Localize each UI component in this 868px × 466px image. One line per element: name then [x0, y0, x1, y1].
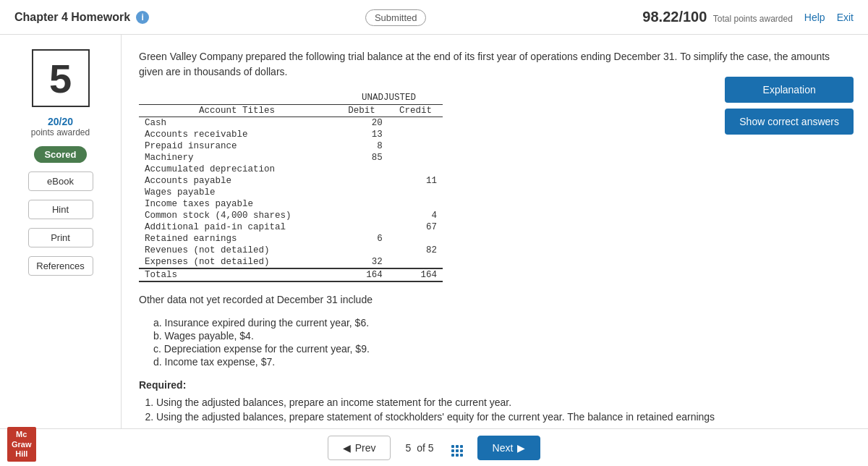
unadjusted-header: UNADJUSTED [335, 91, 443, 105]
credit-cell [388, 187, 443, 198]
account-cell: Income taxes payable [139, 198, 335, 210]
credit-cell [388, 256, 443, 268]
action-panel: Explanation Show correct answers [725, 77, 854, 135]
credit-cell [388, 117, 443, 130]
page-title: Chapter 4 Homework [14, 11, 130, 24]
top-bar-right: 98.22/100 Total points awarded Help Exit [642, 9, 854, 25]
credit-cell [388, 152, 443, 164]
required-label: Required: [139, 379, 851, 391]
score-label: Total points awarded [713, 14, 793, 24]
account-cell: Accounts payable [139, 175, 335, 187]
account-cell: Prepaid insurance [139, 140, 335, 152]
table-row: Expenses (not detailed)32 [139, 256, 443, 268]
required-section: Required: Using the adjusted balances, p… [139, 379, 851, 423]
table-row: Common stock (4,000 shares)4 [139, 210, 443, 221]
credit-cell: 164 [388, 268, 443, 281]
account-cell: Machinery [139, 152, 335, 164]
account-cell: Additional paid-in capital [139, 221, 335, 233]
intro-text: Green Valley Company prepared the follow… [139, 49, 851, 80]
list-item: a. Insurance expired during the current … [153, 317, 851, 329]
next-label: Next [493, 442, 514, 454]
table-row: Accumulated depreciation [139, 164, 443, 175]
required-item: Using the adjusted balances, prepare sta… [156, 411, 851, 423]
submitted-badge-container: Submitted [365, 12, 427, 23]
info-icon[interactable]: i [136, 11, 149, 24]
debit-cell [335, 245, 388, 256]
prev-arrow-icon: ◀ [343, 442, 351, 454]
debit-cell [335, 187, 388, 198]
table-row: Income taxes payable [139, 198, 443, 210]
hint-button[interactable]: Hint [28, 200, 93, 219]
credit-cell [388, 233, 443, 245]
credit-cell: 82 [388, 245, 443, 256]
points-awarded: 20/20 [31, 116, 90, 127]
debit-cell: 85 [335, 152, 388, 164]
next-arrow-icon: ▶ [517, 442, 525, 454]
top-bar-left: Chapter 4 Homework i [14, 11, 149, 24]
debit-cell [335, 164, 388, 175]
other-data-list: a. Insurance expired during the current … [153, 317, 851, 368]
question-number: 5 [49, 55, 72, 102]
main-container: 5 20/20 points awarded Scored eBook Hint… [0, 35, 868, 428]
debit-cell: 164 [335, 268, 388, 281]
debit-cell: 6 [335, 233, 388, 245]
account-cell: Revenues (not detailed) [139, 245, 335, 256]
table-subheader: Account Titles Debit Credit [139, 105, 443, 117]
top-bar: Chapter 4 Homework i Submitted 98.22/100… [0, 0, 868, 35]
col-account: Account Titles [139, 105, 335, 117]
next-button[interactable]: Next ▶ [477, 436, 541, 460]
mcgraw-box: Mc Graw Hill [7, 427, 36, 462]
table-row: Prepaid insurance8 [139, 140, 443, 152]
debit-cell [335, 221, 388, 233]
debit-cell [335, 198, 388, 210]
table-row: Wages payable [139, 187, 443, 198]
table-row: Additional paid-in capital67 [139, 221, 443, 233]
prev-label: Prev [355, 442, 376, 454]
table-row: Retained earnings6 [139, 233, 443, 245]
table-row: Accounts payable11 [139, 175, 443, 187]
table-row: Totals164164 [139, 268, 443, 281]
page-indicator: 5 of 5 [405, 442, 436, 454]
ebook-button[interactable]: eBook [28, 171, 93, 191]
account-cell: Accumulated depreciation [139, 164, 335, 175]
required-list: Using the adjusted balances, prepare an … [156, 397, 851, 423]
page-current: 5 [405, 442, 411, 454]
points-info: 20/20 points awarded [31, 116, 90, 137]
col-debit: Debit [335, 105, 388, 117]
prev-button[interactable]: ◀ Prev [328, 436, 391, 460]
table-header-unadjusted: UNADJUSTED [139, 91, 443, 105]
table-row: Accounts receivable13 [139, 129, 443, 140]
mcgraw-logo: Mc Graw Hill [7, 427, 36, 462]
help-link[interactable]: Help [804, 12, 825, 23]
credit-cell: 4 [388, 210, 443, 221]
print-button[interactable]: Print [28, 228, 93, 247]
references-button[interactable]: References [28, 256, 93, 276]
sidebar: 5 20/20 points awarded Scored eBook Hint… [0, 35, 122, 428]
grid-icon[interactable] [451, 439, 463, 457]
other-data-title: Other data not yet recorded at December … [139, 294, 851, 305]
exit-link[interactable]: Exit [837, 12, 854, 23]
bottom-bar: Mc Graw Hill ◀ Prev 5 of 5 Next ▶ [0, 428, 868, 466]
debit-cell [335, 210, 388, 221]
scored-badge: Scored [34, 146, 86, 163]
list-item: d. Income tax expense, $7. [153, 356, 851, 368]
account-cell: Totals [139, 268, 335, 281]
table-row: Machinery85 [139, 152, 443, 164]
account-cell: Accounts receivable [139, 129, 335, 140]
debit-cell [335, 175, 388, 187]
explanation-button[interactable]: Explanation [725, 77, 854, 103]
credit-cell [388, 164, 443, 175]
show-correct-button[interactable]: Show correct answers [725, 109, 854, 135]
account-cell: Retained earnings [139, 233, 335, 245]
account-cell: Cash [139, 117, 335, 130]
credit-cell: 11 [388, 175, 443, 187]
required-item: Using the adjusted balances, prepare an … [156, 397, 851, 408]
debit-cell: 20 [335, 117, 388, 130]
debit-cell: 13 [335, 129, 388, 140]
page-label: of 5 [417, 442, 433, 454]
col-credit: Credit [388, 105, 443, 117]
table-row: Revenues (not detailed)82 [139, 245, 443, 256]
credit-cell: 67 [388, 221, 443, 233]
question-number-box: 5 [32, 49, 90, 107]
account-cell: Expenses (not detailed) [139, 256, 335, 268]
